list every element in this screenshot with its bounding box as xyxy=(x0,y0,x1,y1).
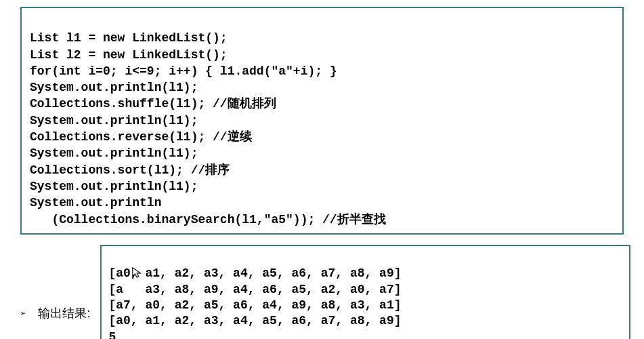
code-line: (Collections.binarySearch(l1,"a5")); //折… xyxy=(30,213,386,226)
code-line: System.out.println(l1); xyxy=(30,114,198,127)
code-line: System.out.println xyxy=(30,196,161,210)
output-label-wrap: ➢ 输出结果: xyxy=(14,305,90,321)
output-row: ➢ 输出结果: [a0, a1, a2, a3, a4, a5, a6, a7,… xyxy=(14,245,630,339)
code-line: Collections.reverse(l1); //逆续 xyxy=(30,130,252,144)
output-line: [a0, a1, a2, a3, a4, a5, a6, a7, a8, a9] xyxy=(108,314,401,327)
output-line: [a7, a0, a2, a5, a6, a4, a9, a8, a3, a1] xyxy=(108,298,401,312)
code-line: System.out.println(l1); xyxy=(30,81,198,94)
bullet-icon: ➢ xyxy=(20,308,26,319)
code-line: for(int i=0; i<=9; i++) { l1.add("a"+i);… xyxy=(30,64,337,78)
output-line: [a a3, a8, a9, a4, a6, a5, a2, a0, a7] xyxy=(108,283,401,296)
code-block: List l1 = new LinkedList(); List l2 = ne… xyxy=(20,7,624,235)
code-line: System.out.println(l1); xyxy=(30,146,198,160)
output-label: 输出结果: xyxy=(38,305,90,321)
output-block: [a0, a1, a2, a3, a4, a5, a6, a7, a8, a9]… xyxy=(100,245,630,339)
code-line: List l2 = new LinkedList(); xyxy=(30,48,228,62)
code-line: Collections.sort(l1); //排序 xyxy=(30,163,230,177)
code-line: List l1 = new LinkedList(); xyxy=(30,31,228,45)
code-line: Collections.shuffle(l1); //随机排列 xyxy=(30,97,276,111)
code-line: System.out.println(l1); xyxy=(30,180,198,193)
output-line: 5 xyxy=(108,330,116,339)
output-line: [a0, a1, a2, a3, a4, a5, a6, a7, a8, a9] xyxy=(108,266,401,280)
